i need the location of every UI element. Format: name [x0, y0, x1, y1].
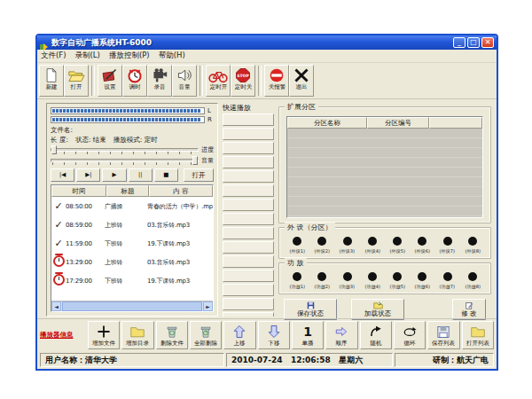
- scroll-left-icon[interactable]: [51, 301, 61, 311]
- move-up-button[interactable]: 上移: [223, 321, 255, 349]
- player-play-button[interactable]: ▶: [102, 168, 126, 182]
- record-button[interactable]: 录音: [147, 65, 172, 97]
- quick-play-button[interactable]: [223, 184, 274, 197]
- filename-label: 文件名:: [51, 125, 73, 135]
- button-label: 随机: [370, 341, 381, 348]
- open-list-button[interactable]: 打开列表: [462, 321, 494, 349]
- modify-label: 修 改: [461, 309, 476, 318]
- maximize-button[interactable]: □: [467, 37, 480, 48]
- table-row[interactable]: ✓08:50:00广播操青春的活力（中学）.mp3: [51, 197, 213, 215]
- player-pause-button[interactable]: ||: [129, 168, 153, 182]
- column-blank[interactable]: [429, 117, 482, 129]
- led-indicator: (功放1): [285, 272, 309, 291]
- partition-body: [287, 129, 482, 217]
- quick-play-button[interactable]: [223, 227, 274, 239]
- quick-play-button[interactable]: [223, 241, 274, 254]
- table-row[interactable]: 13:29:00上班铃03.音乐铃.mp3: [51, 253, 213, 271]
- delete-file-button[interactable]: 删除文件: [156, 321, 188, 349]
- player-info-link[interactable]: 播放器信息: [40, 321, 86, 349]
- quick-play-button[interactable]: [223, 113, 274, 126]
- quick-play-button[interactable]: [223, 199, 274, 211]
- column-partition-number[interactable]: 分区编号: [367, 117, 429, 129]
- minimize-button[interactable]: _: [453, 37, 466, 48]
- led-label: (外设1): [289, 248, 304, 255]
- load-state-button[interactable]: 加载状态: [351, 299, 404, 320]
- delete-all-icon: [198, 323, 214, 340]
- scrollbar-thumb[interactable]: [62, 301, 202, 311]
- scroll-right-icon[interactable]: [203, 301, 213, 311]
- led-dot: [293, 237, 301, 246]
- quick-play-button[interactable]: [223, 255, 274, 268]
- new-button[interactable]: 新建: [39, 65, 64, 97]
- quick-play-button[interactable]: [223, 312, 274, 317]
- add-file-button[interactable]: 增加文件: [88, 321, 120, 349]
- status-maker: 研制：航天广电: [395, 353, 494, 367]
- column-partition-name[interactable]: 分区名称: [287, 117, 367, 129]
- quick-play-button[interactable]: [223, 156, 274, 168]
- peripheral-group: 外 设（分区） (外设1)(外设2)(外设3)(外设4)(外设5)(外设6)(外…: [278, 227, 491, 259]
- move-down-button[interactable]: 下移: [258, 321, 290, 349]
- volume-slider[interactable]: [51, 156, 199, 165]
- button-label: 关报警: [268, 84, 285, 90]
- menu-record[interactable]: 录制(L): [75, 51, 100, 61]
- progress-thumb[interactable]: [51, 145, 57, 154]
- random-button[interactable]: 随机: [360, 321, 392, 349]
- title-bar[interactable]: 数字自动广播系统HT-6000 _ □ ✕: [37, 35, 497, 50]
- quick-play-button[interactable]: [223, 142, 274, 154]
- table-row[interactable]: ✓08:59:00上班铃03.音乐铃.mp3: [51, 215, 213, 234]
- close-button[interactable]: ✕: [481, 37, 494, 48]
- record-icon: [151, 66, 168, 84]
- led-dot: [393, 237, 402, 246]
- quick-play-button[interactable]: [223, 170, 274, 183]
- add-directory-button[interactable]: 增加目录: [121, 321, 153, 349]
- single-play-button[interactable]: 1 单播: [292, 321, 324, 349]
- timer-on-button[interactable]: 定时开: [206, 65, 231, 97]
- toolbar-separator: [200, 66, 203, 96]
- save-state-button[interactable]: 保存状态: [284, 299, 337, 320]
- led-dot: [317, 272, 326, 281]
- player-next-button[interactable]: ▶|: [76, 168, 100, 182]
- progress-slider[interactable]: [51, 145, 199, 154]
- main-toolbar: 新建 打开 设置 调时 录音 音量 定时开 STOP 定时关: [37, 63, 497, 99]
- volume-button[interactable]: 音量: [172, 65, 197, 97]
- quick-play-button[interactable]: [223, 213, 274, 225]
- sequence-button[interactable]: 顺序: [325, 321, 357, 349]
- amplifier-group-title: 功 放: [285, 258, 307, 268]
- adjust-time-button[interactable]: 调时: [122, 65, 147, 97]
- length-label: 长 度:: [51, 135, 68, 145]
- quick-play-button[interactable]: [223, 270, 274, 282]
- table-row: [287, 148, 482, 158]
- alarm-off-button[interactable]: 关报警: [264, 65, 289, 97]
- menu-help[interactable]: 帮助(H): [159, 51, 185, 61]
- delete-all-button[interactable]: 全部删除: [190, 321, 222, 349]
- settings-icon: [101, 66, 119, 84]
- save-list-button[interactable]: 保存列表: [427, 321, 459, 349]
- table-row[interactable]: 17:29:00下班铃19.下课铃.mp3: [51, 271, 213, 290]
- column-time[interactable]: 时间: [51, 185, 106, 197]
- quick-play-button[interactable]: [223, 298, 274, 310]
- quick-play-button[interactable]: [223, 128, 274, 140]
- menu-file[interactable]: 文件(F): [41, 51, 66, 61]
- modify-button[interactable]: 修 改: [452, 299, 486, 320]
- table-row: [287, 129, 482, 138]
- open-button[interactable]: 打开: [64, 65, 89, 97]
- partition-table: 分区名称 分区编号: [286, 116, 483, 218]
- player-open-button[interactable]: 打开: [184, 168, 214, 182]
- player-prev-button[interactable]: |◀: [51, 168, 74, 182]
- menu-play-control[interactable]: 播放控制(P): [109, 51, 150, 61]
- exit-button[interactable]: 退出: [289, 65, 314, 97]
- led-indicator: (功放2): [309, 272, 334, 291]
- down-arrow-icon: [267, 323, 281, 340]
- table-row[interactable]: ✓11:59:00下班铃19.下课铃.mp3: [51, 234, 213, 253]
- quick-play-button[interactable]: [223, 284, 274, 296]
- settings-button[interactable]: 设置: [98, 65, 122, 97]
- player-stop-button[interactable]: ■: [154, 168, 178, 182]
- loop-button[interactable]: 循环: [394, 321, 426, 349]
- app-window: 数字自动广播系统HT-6000 _ □ ✕ 文件(F) 录制(L) 播放控制(P…: [35, 34, 498, 371]
- column-title[interactable]: 标题: [106, 185, 149, 197]
- volume-thumb[interactable]: [192, 156, 198, 165]
- button-label: 设置: [105, 84, 116, 90]
- horizontal-scrollbar[interactable]: [51, 301, 213, 311]
- timer-off-button[interactable]: STOP 定时关: [231, 65, 255, 97]
- column-content[interactable]: 内 容: [149, 185, 213, 197]
